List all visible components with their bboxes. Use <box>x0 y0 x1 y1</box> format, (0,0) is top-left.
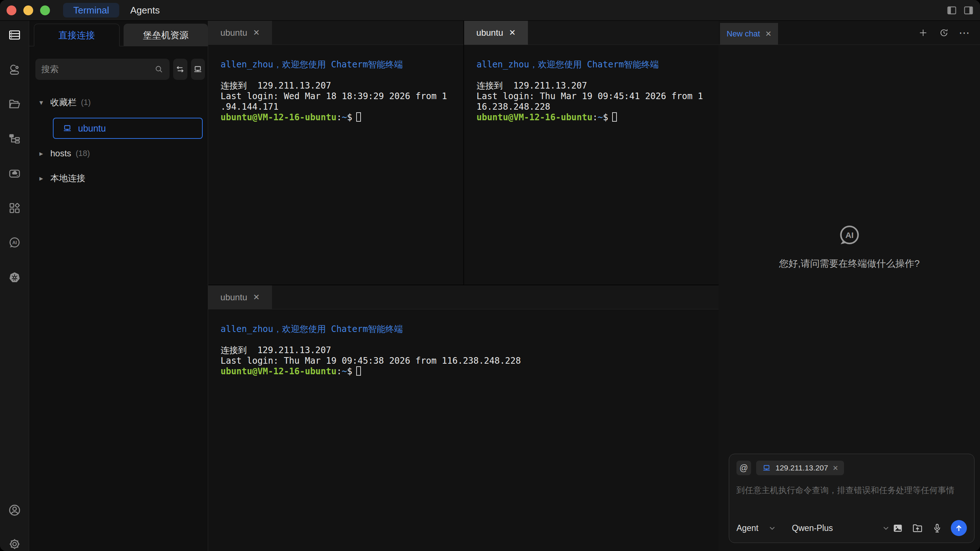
components-icon[interactable] <box>8 201 22 215</box>
chat-input-box[interactable]: @ 129.211.13.207 ✕ 到任意主机执行命令查询，排查错误和任务处理… <box>729 454 975 543</box>
tab-terminal[interactable]: Terminal <box>63 3 119 17</box>
folder-upload-icon <box>912 522 923 534</box>
close-icon[interactable]: ✕ <box>509 28 515 38</box>
tree-group-favorites[interactable]: ▾ 收藏栏 (1) <box>29 95 208 110</box>
toggle-left-panel-icon[interactable] <box>947 5 957 16</box>
sidebar-tabs: 直接连接 堡垒机资源 <box>29 21 208 46</box>
sync-connections-button[interactable] <box>173 59 188 80</box>
caret-down-icon: ▾ <box>40 98 50 107</box>
svg-text:AI: AI <box>845 230 853 240</box>
remove-host-icon[interactable]: ✕ <box>832 464 838 472</box>
terminal-tab-3-label: ubuntu <box>221 292 247 302</box>
terminal-tab-2[interactable]: ubuntu ✕ <box>464 21 528 45</box>
minimize-button[interactable] <box>23 5 33 15</box>
terminal-tabbar-1: ubuntu ✕ <box>208 21 463 45</box>
terminal-welcome: allen_zhou，欢迎您使用 Chaterm智能终端 <box>221 324 715 335</box>
local-connections-label: 本地连接 <box>50 172 85 184</box>
tree-item-ubuntu-label: ubuntu <box>78 123 106 134</box>
chat-input-placeholder[interactable]: 到任意主机执行命令查询，排查错误和任务处理等任何事情 <box>737 485 967 496</box>
close-button[interactable] <box>6 5 16 15</box>
tree-group-local[interactable]: ▸ 本地连接 <box>29 171 208 186</box>
tab-agents[interactable]: Agents <box>130 5 160 16</box>
terminal-welcome: allen_zhou，欢迎您使用 Chaterm智能终端 <box>221 59 460 70</box>
titlebar: Terminal Agents <box>0 0 980 21</box>
host-tree: ▾ 收藏栏 (1) ubuntu ▸ hosts (18) ▸ <box>29 95 208 186</box>
mode-select[interactable]: Agent <box>737 523 776 533</box>
prompt-path: ~ <box>342 366 347 376</box>
ai-chat-panel: New chat ✕ ⋯ <box>719 21 980 551</box>
terminal-pane-3: ubuntu ✕ allen_zhou，欢迎您使用 Chaterm智能终端 连接… <box>208 284 719 551</box>
voice-input-button[interactable] <box>931 522 943 534</box>
terminal-output-2[interactable]: allen_zhou，欢迎您使用 Chaterm智能终端 连接到 129.211… <box>464 45 719 284</box>
close-icon[interactable]: ✕ <box>253 28 259 38</box>
activity-rail: AI <box>0 21 29 551</box>
terminal-connect-line: 连接到 129.211.13.207 <box>477 81 715 91</box>
chat-tab-new-chat[interactable]: New chat ✕ <box>720 23 778 45</box>
chat-topbar: New chat ✕ ⋯ <box>719 21 980 45</box>
cloud-drive-icon[interactable] <box>8 167 22 180</box>
chat-tab-label: New chat <box>727 29 760 39</box>
terminal-lastlogin-line: Last login: Wed Mar 18 18:39:29 2026 fro… <box>221 91 460 102</box>
window-controls <box>0 5 50 15</box>
prompt-user: ubuntu@VM-12-16-ubuntu <box>477 112 592 122</box>
tree-structure-icon[interactable] <box>8 132 22 146</box>
chat-history-icon[interactable] <box>939 27 950 38</box>
terminal-tab-3[interactable]: ubuntu ✕ <box>208 285 272 310</box>
tree-group-hosts[interactable]: ▸ hosts (18) <box>29 146 208 161</box>
image-icon <box>892 522 904 534</box>
terminal-pane-1: ubuntu ✕ allen_zhou，欢迎您使用 Chaterm智能终端 连接… <box>208 21 463 284</box>
toggle-right-panel-icon[interactable] <box>963 5 974 16</box>
terminal-lastlogin-line: Last login: Thu Mar 19 09:45:41 2026 fro… <box>477 91 715 102</box>
swap-arrows-icon <box>175 65 185 74</box>
terminal-welcome: allen_zhou，欢迎您使用 Chaterm智能终端 <box>477 59 715 70</box>
new-chat-icon[interactable] <box>918 27 929 38</box>
tab-bastion-resources[interactable]: 堡垒机资源 <box>124 24 208 46</box>
caret-right-icon: ▸ <box>40 174 50 183</box>
tab-direct-connection[interactable]: 直接连接 <box>34 24 119 46</box>
upload-file-button[interactable] <box>912 522 923 534</box>
app-window: Terminal Agents <box>0 0 980 551</box>
caret-right-icon: ▸ <box>40 149 50 158</box>
laptop-icon <box>62 124 72 133</box>
folder-open-icon[interactable] <box>8 97 22 111</box>
host-context-chip[interactable]: 129.211.13.207 ✕ <box>756 460 844 475</box>
attach-image-button[interactable] <box>892 522 904 534</box>
search-input[interactable] <box>41 64 154 75</box>
terminal-tab-1[interactable]: ubuntu ✕ <box>208 21 272 45</box>
favorites-label: 收藏栏 <box>50 97 76 108</box>
model-select[interactable]: Qwen-Plus <box>792 523 890 533</box>
prompt-user: ubuntu@VM-12-16-ubuntu <box>221 366 337 376</box>
send-button[interactable] <box>951 520 967 536</box>
user-account-icon[interactable] <box>8 503 22 517</box>
tree-item-ubuntu[interactable]: ubuntu <box>53 118 203 139</box>
more-options-icon[interactable]: ⋯ <box>959 27 970 38</box>
tab-bastion-resources-label: 堡垒机资源 <box>143 29 188 41</box>
terminal-output-3[interactable]: allen_zhou，欢迎您使用 Chaterm智能终端 连接到 129.211… <box>208 310 719 551</box>
connection-manager-icon[interactable] <box>8 63 22 76</box>
ai-greeting-text: 您好,请问需要在终端做什么操作? <box>779 257 920 270</box>
settings-gear-icon[interactable] <box>8 537 22 551</box>
hosts-count: (18) <box>75 149 90 158</box>
terminal-tab-1-label: ubuntu <box>221 28 247 38</box>
zoom-button[interactable] <box>40 5 50 15</box>
search-input-box[interactable] <box>35 59 170 80</box>
ai-bubble-icon: AI <box>837 223 862 248</box>
terminal-prompt: ubuntu@VM-12-16-ubuntu:~$ <box>477 112 715 123</box>
ai-chat-icon[interactable]: AI <box>8 236 22 249</box>
new-host-button[interactable] <box>191 59 205 80</box>
kubernetes-icon[interactable] <box>8 270 22 284</box>
favorites-count: (1) <box>81 98 91 107</box>
hosts-label: hosts <box>50 148 71 159</box>
tab-terminal-label: Terminal <box>73 5 109 16</box>
prompt-user: ubuntu@VM-12-16-ubuntu <box>221 112 337 122</box>
hosts-icon[interactable] <box>8 28 22 42</box>
terminal-lastlogin-line: Last login: Thu Mar 19 09:45:38 2026 fro… <box>221 356 715 366</box>
terminal-cursor <box>612 112 617 122</box>
terminal-tabbar-2: ubuntu ✕ <box>464 21 719 45</box>
terminal-output-1[interactable]: allen_zhou，欢迎您使用 Chaterm智能终端 连接到 129.211… <box>208 45 463 284</box>
close-icon[interactable]: ✕ <box>765 30 772 38</box>
tab-direct-connection-label: 直接连接 <box>59 29 95 41</box>
terminal-lastlogin-wrap: .94.144.171 <box>221 102 460 112</box>
close-icon[interactable]: ✕ <box>253 293 259 302</box>
mention-button[interactable]: @ <box>737 460 751 475</box>
